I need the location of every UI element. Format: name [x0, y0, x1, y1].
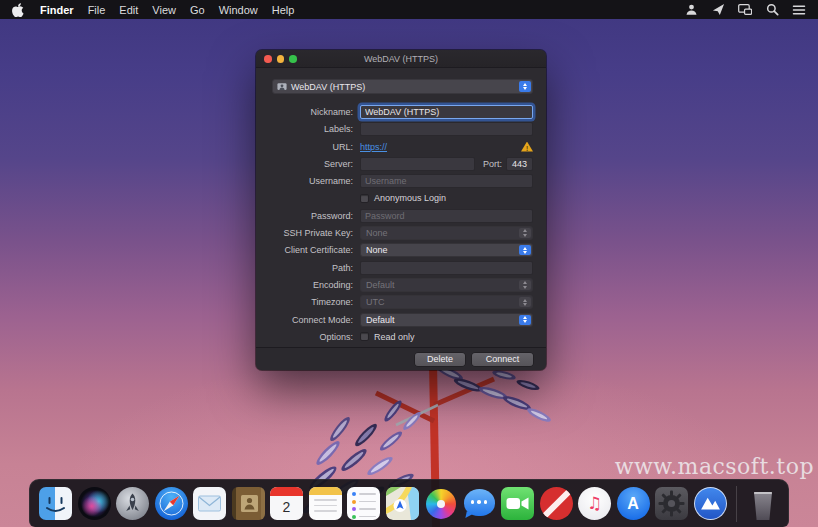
menu-item-finder[interactable]: Finder: [40, 4, 74, 16]
dock-icon-trash[interactable]: [747, 487, 780, 520]
ssh-key-select: None: [360, 226, 533, 240]
path-row: Path:: [269, 261, 533, 275]
chevron-updown-icon: [519, 297, 531, 307]
watermark-text: www.macsoft.top: [615, 454, 814, 479]
menu-item-edit[interactable]: Edit: [119, 4, 138, 16]
list-icon[interactable]: [792, 3, 806, 17]
dock-icon-facetime[interactable]: [501, 487, 534, 520]
url-link[interactable]: https://: [360, 142, 387, 152]
menu-item-window[interactable]: Window: [219, 4, 258, 16]
search-icon[interactable]: [765, 3, 779, 17]
zoom-button[interactable]: [289, 55, 297, 63]
username-row: Username:: [269, 174, 533, 188]
close-button[interactable]: [264, 55, 272, 63]
protocol-select[interactable]: WebDAV (HTTPS): [272, 79, 533, 94]
dock-icon-reminders[interactable]: [347, 487, 380, 520]
client-certificate-select[interactable]: None: [360, 243, 533, 257]
menu-item-help[interactable]: Help: [272, 4, 295, 16]
username-label: Username:: [269, 176, 358, 186]
dock-icon-app-cleaner[interactable]: [694, 487, 727, 520]
encoding-label: Encoding:: [269, 280, 358, 290]
connection-dialog: WebDAV (HTTPS) WebDAV (HTTPS) Nickname: …: [256, 50, 546, 370]
password-row: Password:: [269, 209, 533, 223]
calendar-day-number: 2: [270, 496, 303, 518]
dock-icon-mail[interactable]: [193, 487, 226, 520]
dock-icon-calendar[interactable]: 2: [270, 487, 303, 520]
server-icon: [277, 82, 287, 92]
connect-button[interactable]: Connect: [472, 353, 533, 366]
connect-mode-row: Connect Mode: Default: [269, 313, 533, 327]
user-icon[interactable]: [684, 3, 698, 17]
url-row: URL: https:// !: [269, 140, 533, 154]
timezone-row: Timezone: UTC: [269, 295, 533, 309]
nickname-input[interactable]: [360, 105, 533, 119]
trash-can: [753, 492, 773, 520]
display-mirroring-icon[interactable]: [738, 3, 752, 17]
protocol-select-value: WebDAV (HTTPS): [287, 82, 518, 92]
dock-icon-music[interactable]: ♫: [578, 487, 611, 520]
dock-icon-uninstaller[interactable]: [540, 487, 573, 520]
music-note-icon: ♫: [587, 495, 602, 512]
ssh-key-label: SSH Private Key:: [269, 228, 358, 238]
labels-row: Labels:: [269, 122, 533, 136]
dock-icon-safari[interactable]: [155, 487, 188, 520]
connect-mode-select[interactable]: Default: [360, 313, 533, 327]
username-input[interactable]: [360, 174, 533, 188]
timezone-label: Timezone:: [269, 297, 358, 307]
labels-input[interactable]: [360, 122, 533, 136]
connect-mode-label: Connect Mode:: [269, 315, 358, 325]
timezone-select: UTC: [360, 295, 533, 309]
read-only-checkbox[interactable]: [360, 332, 369, 341]
dock-icon-contacts[interactable]: [232, 487, 265, 520]
dock-icon-notes[interactable]: [309, 487, 342, 520]
server-row: Server: Port:: [269, 157, 533, 171]
warning-triangle-icon: !: [521, 142, 533, 152]
chevron-updown-icon: [519, 315, 531, 325]
anonymous-login-row: Anonymous Login: [269, 191, 533, 205]
menu-item-view[interactable]: View: [152, 4, 176, 16]
minimize-button[interactable]: [277, 55, 285, 63]
chevron-updown-icon: [519, 228, 531, 238]
location-arrow-icon[interactable]: [711, 3, 725, 17]
chevron-updown-icon: [519, 245, 531, 255]
port-input[interactable]: [506, 157, 533, 171]
menu-bar: Finder File Edit View Go Window Help: [0, 0, 818, 19]
delete-button[interactable]: Delete: [415, 353, 465, 366]
nickname-row: Nickname:: [269, 105, 533, 119]
server-label: Server:: [269, 159, 358, 169]
options-label: Options:: [269, 332, 358, 342]
password-input[interactable]: [360, 209, 533, 223]
dock-icon-system-preferences[interactable]: [655, 487, 688, 520]
dock: 2 ♫ A: [29, 479, 789, 527]
server-input[interactable]: [360, 157, 475, 171]
labels-label: Labels:: [269, 124, 358, 134]
port-label: Port:: [483, 159, 502, 169]
path-input[interactable]: [360, 261, 533, 275]
chevron-updown-icon: [519, 280, 531, 290]
dock-icon-app-store[interactable]: A: [617, 487, 650, 520]
dock-icon-maps[interactable]: [386, 487, 419, 520]
notes-yellow-band: [309, 487, 342, 495]
title-bar[interactable]: WebDAV (HTTPS): [256, 50, 546, 68]
ssh-key-row: SSH Private Key: None: [269, 226, 533, 240]
app-store-a-icon: A: [627, 495, 639, 513]
window-title: WebDAV (HTTPS): [256, 54, 546, 64]
client-certificate-row: Client Certificate: None: [269, 243, 533, 257]
dialog-footer: Delete Connect: [256, 347, 546, 370]
options-row: Options: Read only: [269, 330, 533, 344]
encoding-row: Encoding: Default: [269, 278, 533, 292]
dock-divider: [736, 486, 737, 522]
dock-icon-messages[interactable]: [463, 487, 496, 520]
apple-menu-icon[interactable]: [12, 3, 24, 17]
dock-icon-launchpad[interactable]: [116, 487, 149, 520]
client-certificate-label: Client Certificate:: [269, 245, 358, 255]
menu-item-file[interactable]: File: [88, 4, 106, 16]
anonymous-login-checkbox[interactable]: [360, 194, 369, 203]
dock-icon-siri[interactable]: [78, 487, 111, 520]
dock-icon-finder[interactable]: [39, 487, 72, 520]
dock-icon-photos[interactable]: [424, 487, 457, 520]
url-label: URL:: [269, 142, 358, 152]
desktop-screen: Finder File Edit View Go Window Help: [0, 0, 818, 527]
menu-item-go[interactable]: Go: [190, 4, 205, 16]
calendar-red-band: [270, 487, 303, 496]
